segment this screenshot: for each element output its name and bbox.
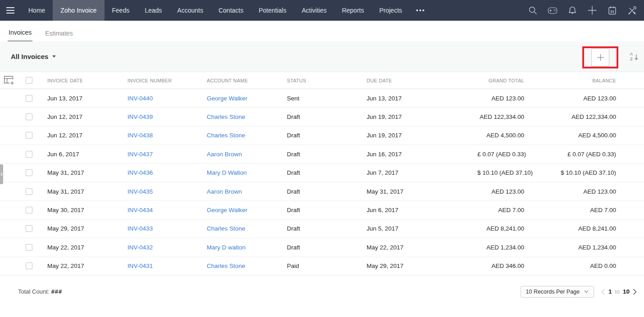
view-selector-dropdown[interactable]: All Invoices [11, 53, 56, 60]
account-name-link[interactable]: Aaron Brown [207, 151, 242, 158]
invoice-date-cell: Jun 13, 2017 [41, 95, 121, 102]
nav-item-more[interactable]: ••• [410, 0, 432, 21]
status-cell: Draft [280, 151, 360, 158]
account-name-link[interactable]: Mary D walton [207, 244, 245, 251]
due-date-cell: May 31, 2017 [360, 188, 471, 195]
invoice-number-link[interactable]: INV-0433 [127, 225, 153, 232]
invoice-number-link[interactable]: INV-0440 [127, 95, 153, 102]
due-date-cell: Jun 19, 2017 [360, 132, 471, 139]
row-checkbox[interactable] [26, 113, 32, 120]
nav-item-contacts[interactable]: Contacts [211, 0, 251, 21]
table-row: May 31, 2017 INV-0435 Aaron Brown Draft … [0, 182, 644, 201]
balance-cell: AED 123.00 [528, 188, 644, 195]
records-per-page-select[interactable]: 10 Records Per Page [521, 286, 594, 298]
prev-page-chevron-icon[interactable] [601, 289, 605, 295]
grand-total-cell: AED 8,241.00 [471, 225, 528, 232]
sort-az-icon[interactable]: A Z [628, 50, 641, 63]
nav-item-projects[interactable]: Projects [372, 0, 410, 21]
invoice-date-cell: May 31, 2017 [41, 169, 121, 176]
chevron-down-icon [584, 290, 589, 293]
tab-estimates[interactable]: Estimates [44, 23, 73, 41]
table-row: Jun 12, 2017 INV-0439 Charles Stone Draf… [0, 108, 644, 126]
list-toolbar: All Invoices A Z [0, 41, 644, 72]
nav-item-reports[interactable]: Reports [334, 0, 372, 21]
grand-total-cell: AED 122,334.00 [471, 113, 528, 120]
svg-text:31: 31 [610, 9, 614, 13]
grand-total-cell: AED 123.00 [471, 188, 528, 195]
due-date-cell: Jun 13, 2017 [360, 95, 471, 102]
balance-cell: AED 123.00 [528, 95, 644, 102]
search-icon[interactable] [528, 5, 538, 15]
side-panel-toggle[interactable] [0, 164, 3, 184]
balance-cell: AED 7.00 [528, 207, 644, 213]
invoice-number-link[interactable]: INV-0436 [127, 169, 153, 176]
row-checkbox[interactable] [26, 188, 32, 195]
invoice-number-link[interactable]: INV-0437 [127, 151, 153, 158]
invoice-number-link[interactable]: INV-0438 [127, 132, 153, 139]
grand-total-cell: £ 0.07 (AED 0.33) [471, 151, 528, 158]
account-name-link[interactable]: George Walker [207, 95, 247, 102]
tab-invoices[interactable]: Invoices [8, 23, 32, 41]
nav-item-potentials[interactable]: Potentials [251, 0, 294, 21]
chevron-down-icon [52, 55, 56, 58]
nav-item-home[interactable]: Home [21, 0, 53, 21]
invoice-number-link[interactable]: INV-0434 [127, 207, 153, 213]
nav-item-accounts[interactable]: Accounts [170, 0, 211, 21]
balance-cell: AED 122,334.00 [528, 113, 644, 120]
balance-cell: £ 0.07 (AED 0.33) [528, 151, 644, 158]
account-name-link[interactable]: Aaron Brown [207, 188, 242, 195]
header-balance: BALANCE [528, 78, 644, 83]
table-row: May 30, 2017 INV-0434 George Walker Draf… [0, 201, 644, 219]
nav-item-zoho-invoice[interactable]: Zoho Invoice [53, 0, 104, 21]
row-checkbox[interactable] [26, 169, 32, 176]
row-checkbox[interactable] [26, 132, 32, 139]
grand-total-cell: AED 1,234.00 [471, 244, 528, 251]
row-checkbox[interactable] [26, 95, 32, 102]
account-name-link[interactable]: Charles Stone [207, 132, 245, 139]
account-name-link[interactable]: George Walker [207, 207, 247, 213]
row-checkbox[interactable] [26, 225, 32, 232]
status-cell: Draft [280, 132, 360, 139]
row-checkbox[interactable] [26, 263, 32, 269]
quick-add-plus-icon[interactable] [587, 5, 597, 15]
account-name-link[interactable]: Charles Stone [207, 113, 245, 120]
top-navbar: HomeZoho InvoiceFeedsLeadsAccountsContac… [0, 0, 644, 21]
calendar-icon[interactable]: 31 [607, 5, 617, 15]
account-name-link[interactable]: Charles Stone [207, 263, 245, 269]
gamepad-icon[interactable] [548, 5, 558, 15]
status-cell: Draft [280, 169, 360, 176]
notifications-bell-icon[interactable] [567, 5, 577, 15]
nav-item-feeds[interactable]: Feeds [104, 0, 137, 21]
nav-item-leads[interactable]: Leads [137, 0, 169, 21]
grand-total-cell: AED 123.00 [471, 95, 528, 102]
invoice-date-cell: Jun 12, 2017 [41, 132, 121, 139]
nav-item-activities[interactable]: Activities [294, 0, 334, 21]
add-invoice-button[interactable] [591, 49, 609, 67]
view-selector-label: All Invoices [11, 53, 48, 60]
status-cell: Draft [280, 244, 360, 251]
annotation-highlight-box [582, 46, 618, 68]
settings-tools-icon[interactable] [627, 5, 637, 15]
invoice-number-link[interactable]: INV-0432 [127, 244, 153, 251]
customize-columns-icon[interactable] [4, 76, 22, 85]
row-checkbox[interactable] [26, 151, 32, 158]
hamburger-menu-icon[interactable] [0, 0, 21, 21]
invoice-number-link[interactable]: INV-0435 [127, 188, 153, 195]
status-cell: Draft [280, 113, 360, 120]
svg-text:A: A [630, 51, 633, 56]
account-name-link[interactable]: Charles Stone [207, 225, 245, 232]
header-grand-total: GRAND TOTAL [471, 78, 528, 83]
header-status: STATUS [280, 78, 360, 83]
module-tabs: Invoices Estimates [0, 21, 644, 41]
invoice-number-link[interactable]: INV-0431 [127, 263, 153, 269]
invoice-date-cell: May 22, 2017 [41, 263, 121, 269]
header-invoice-date: INVOICE DATE [41, 78, 121, 83]
status-cell: Draft [280, 225, 360, 232]
select-all-checkbox[interactable] [26, 77, 32, 84]
invoice-number-link[interactable]: INV-0439 [127, 113, 153, 120]
header-account-name: ACCOUNT NAME [200, 78, 280, 83]
row-checkbox[interactable] [26, 207, 32, 213]
row-checkbox[interactable] [26, 244, 32, 251]
next-page-chevron-icon[interactable] [633, 289, 637, 295]
account-name-link[interactable]: Mary D Walton [207, 169, 247, 176]
